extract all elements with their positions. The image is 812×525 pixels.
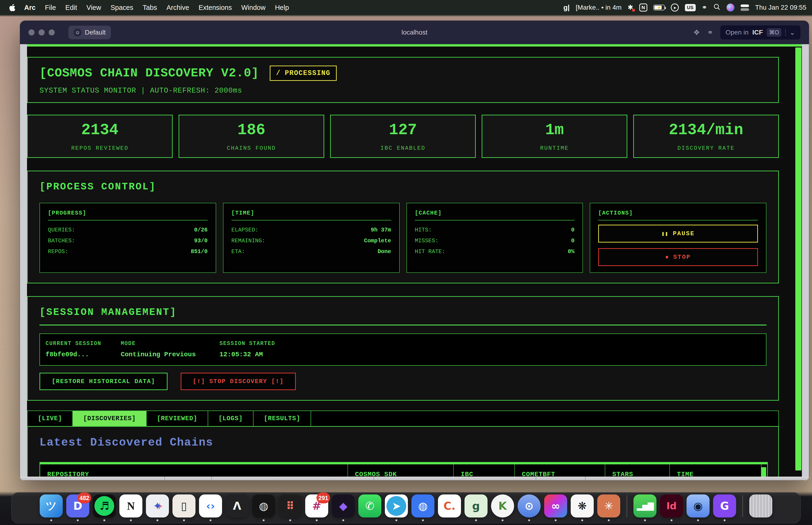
stat-card-repos-reviewed: 2134 REPOS REVIEWED — [27, 115, 173, 158]
dock-spotify-icon[interactable]: ♬ — [93, 494, 116, 521]
stat-label: IBC ENABLED — [380, 145, 425, 151]
stats-row: 2134 REPOS REVIEWED 186 CHAINS FOUND 127… — [27, 115, 779, 158]
butterfly-icon[interactable]: ✱ — [628, 4, 633, 11]
dock-adobe-cc-icon[interactable]: ∞ — [544, 494, 567, 521]
process-control-title: [PROCESS CONTROL] — [40, 181, 766, 193]
dock-geometric-a-icon[interactable]: Λ — [226, 494, 249, 521]
panel-cache: [CACHE] HITS:0 MISSES:0 HIT RATE:0% — [407, 203, 583, 273]
dock-notion-icon[interactable]: N — [119, 494, 142, 521]
notification-dot — [632, 9, 635, 12]
dock-indesign-icon[interactable]: Id — [660, 494, 683, 521]
browser-window: ☺ Default localhost ❖ ⚭ Open in ICF ⌘O ⌄ — [20, 21, 809, 480]
pause-button[interactable]: ❚❚ PAUSE — [598, 225, 758, 242]
menu-item-view[interactable]: View — [87, 4, 101, 12]
stat-label: REPOS REVIEWED — [71, 145, 128, 151]
stat-label: DISCOVERY RATE — [677, 145, 735, 151]
address-display[interactable]: localhost — [401, 29, 428, 36]
dock-trash-icon[interactable] — [749, 494, 772, 521]
panel-row: REMAINING:Complete — [231, 236, 391, 246]
dock-divider — [742, 495, 743, 517]
column-header-cometbft[interactable]: COMETBFT — [515, 464, 605, 477]
dock-finder-icon[interactable]: ツ — [40, 494, 63, 521]
menu-item-extensions[interactable]: Extensions — [199, 4, 232, 12]
table-scrollbar[interactable] — [761, 467, 766, 477]
stat-label: RUNTIME — [540, 145, 569, 151]
space-pill[interactable]: ☺ Default — [68, 26, 111, 39]
dock-telegram-icon[interactable]: ➤ — [385, 494, 408, 521]
dock-slack-icon[interactable]: 291 # — [305, 494, 328, 521]
pause-icon: ❚❚ — [662, 231, 669, 237]
superwhisper-icon[interactable]: g| — [563, 3, 570, 12]
dock-discord-icon[interactable]: 482 D — [66, 494, 89, 521]
column-header-stars[interactable]: STARS — [605, 464, 670, 477]
dock-numbers-icon[interactable]: ▂▅▇ — [633, 494, 657, 521]
siri-icon[interactable] — [726, 3, 734, 12]
running-indicator — [502, 519, 504, 521]
dock-claude-icon[interactable]: ✳ — [597, 494, 620, 521]
play-icon[interactable]: ▶ — [671, 3, 679, 12]
dock-chatgpt-icon[interactable]: ❋ — [571, 494, 594, 521]
panel-row: HITS:0 — [415, 225, 575, 236]
menu-item-file[interactable]: File — [45, 4, 56, 12]
dock-iphone-mirroring-icon[interactable]: ▯ — [172, 494, 196, 521]
column-header-time[interactable]: TIME — [670, 464, 762, 477]
running-indicator — [422, 519, 424, 521]
stat-value: 186 — [238, 121, 265, 139]
running-indicator — [528, 519, 530, 521]
control-center-icon[interactable] — [740, 4, 749, 11]
battery-icon[interactable]: ⚡ — [654, 5, 665, 10]
menu-clock[interactable]: Thu Jan 22 09:55 — [755, 4, 806, 11]
menu-item-help[interactable]: Help — [275, 4, 289, 12]
dock-c-dot-icon[interactable]: C. — [438, 494, 461, 521]
dock-figma-icon[interactable]: ⠿ — [279, 494, 302, 521]
menu-item-spaces[interactable]: Spaces — [110, 4, 133, 12]
dock-star-doodle-icon[interactable]: ✦ — [146, 494, 169, 521]
panel-row: BATCHES:93/0 — [48, 236, 208, 246]
notion-status-icon[interactable]: N — [639, 3, 647, 12]
dock-camera-icon[interactable]: ◉ — [687, 494, 709, 521]
chevron-down-icon[interactable]: ⌄ — [790, 31, 795, 34]
menu-item-edit[interactable]: Edit — [65, 4, 77, 12]
input-source[interactable]: US — [685, 4, 696, 11]
dock-superwhisper-icon[interactable]: g — [464, 494, 488, 521]
column-header-cosmos-sdk[interactable]: COSMOS SDK — [348, 464, 454, 477]
open-in-button[interactable]: Open in ICF ⌘O ⌄ — [720, 25, 800, 40]
menu-item-arc[interactable]: Arc — [24, 4, 35, 12]
dock-vscode-icon[interactable]: ‹› — [199, 494, 222, 521]
copy-link-icon[interactable]: ⚭ — [707, 28, 713, 37]
divider — [785, 29, 786, 36]
dock-striped-disc-icon[interactable]: ◍ — [252, 494, 275, 521]
close-button[interactable] — [28, 29, 34, 35]
extensions-puzzle-icon[interactable]: ❖ — [693, 28, 700, 37]
column-header-repository[interactable]: REPOSITORY — [40, 464, 348, 477]
dock-obsidian-icon[interactable]: ◆ — [332, 494, 355, 521]
stat-value: 1m — [545, 121, 564, 139]
page-scrollbar[interactable] — [795, 47, 801, 470]
tab-live[interactable]: [LIVE] — [28, 411, 73, 426]
reminder-status[interactable]: [Marke.. • in 4m — [576, 4, 622, 11]
menu-item-tabs[interactable]: Tabs — [143, 4, 157, 12]
menu-item-window[interactable]: Window — [241, 4, 265, 12]
menu-item-archive[interactable]: Archive — [166, 4, 189, 12]
apple-menu-icon[interactable] — [10, 4, 15, 11]
stop-discovery-button[interactable]: [!] STOP DISCOVERY [!] — [181, 373, 296, 390]
panels-row: [PROGRESS] QUERIES:0/26 BATCHES:93/0 REP… — [40, 203, 766, 273]
column-header-ibc[interactable]: IBC — [454, 464, 515, 477]
dock-github-icon[interactable]: G — [713, 494, 736, 521]
tab-logs[interactable]: [LOGS] — [208, 411, 254, 426]
tab-reviewed[interactable]: [REVIEWED] — [147, 411, 208, 426]
tab-results[interactable]: [RESULTS] — [254, 411, 311, 426]
zoom-button[interactable] — [49, 29, 55, 35]
search-icon[interactable] — [713, 3, 720, 12]
dock-whatsapp-icon[interactable]: ✆ — [358, 494, 381, 521]
link-icon[interactable]: ⚭ — [702, 4, 707, 11]
restore-historical-button[interactable]: [RESTORE HISTORICAL DATA] — [40, 373, 168, 390]
dock-key-icon[interactable]: K — [491, 494, 514, 521]
tab-discoveries[interactable]: [DISCOVERIES] — [73, 411, 147, 426]
dock-signal-icon[interactable]: ◍ — [411, 494, 434, 521]
dock-1password-icon[interactable]: ⊙ — [518, 494, 541, 521]
minimize-button[interactable] — [39, 29, 45, 35]
stop-button[interactable]: ■ STOP — [598, 248, 758, 266]
space-name: Default — [85, 29, 106, 36]
table-header-row: REPOSITORYCOSMOS SDKIBCCOMETBFTSTARSTIME — [40, 464, 767, 477]
